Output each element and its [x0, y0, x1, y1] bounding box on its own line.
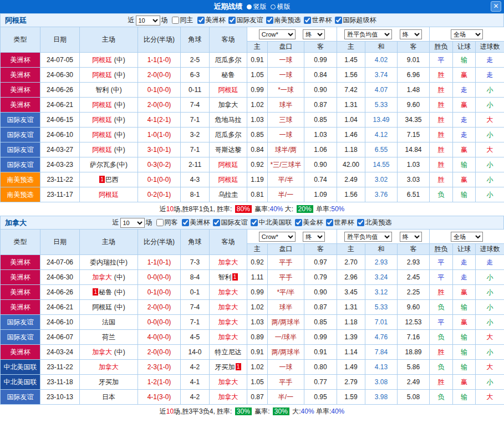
team-name[interactable]: 阿根廷 [92, 116, 112, 124]
team-name[interactable]: 阿根廷 [92, 71, 112, 79]
team-name[interactable]: 萨尔瓦多 [90, 161, 116, 169]
competition-filter[interactable]: 国际友谊 [228, 16, 263, 25]
away-team-cell[interactable]: 加拿大 [210, 300, 247, 315]
team-name[interactable]: 阿根廷 [92, 56, 112, 64]
away-team-cell[interactable]: 加拿大 [210, 285, 247, 300]
team-name[interactable]: 智利 [218, 273, 232, 281]
match-row[interactable]: 美洲杯 24-07-05 阿根廷 (中) 1-1(1-0) 2-5 厄瓜多尔 0… [1, 53, 504, 68]
team-name[interactable]: 秘鲁 [99, 288, 112, 296]
competition-checkbox[interactable] [213, 219, 220, 226]
competition-checkbox[interactable] [197, 17, 205, 24]
team-name[interactable]: 乌拉圭 [218, 191, 238, 198]
team-name[interactable]: 日本 [102, 393, 115, 401]
team-name[interactable]: 加拿大 [92, 273, 112, 281]
away-team-cell[interactable]: 加拿大 [210, 330, 247, 345]
scope-select[interactable]: 全场 [451, 232, 483, 242]
match-row[interactable]: 国际友谊 24-06-10 法国 0-0(0-0) 7-1 加拿大 1.03 两… [1, 315, 504, 330]
team-name[interactable]: 加拿大 [92, 348, 112, 356]
team-name[interactable]: 牙买加 [99, 378, 119, 386]
home-team-cell[interactable]: 牙买加 [80, 375, 138, 390]
team-name[interactable]: 阿根廷 [99, 191, 119, 198]
match-row[interactable]: 美洲杯 24-06-21 阿根廷 (中) 2-0(0-0) 7-4 加拿大 1.… [1, 98, 504, 113]
same-venue-filter[interactable]: 同主 [172, 16, 194, 25]
match-row[interactable]: 国际友谊 24-03-27 阿根廷 (中) 3-1(0-1) 7-1 哥斯达黎 … [1, 142, 504, 157]
match-row[interactable]: 国际友谊 24-06-15 阿根廷 (中) 4-1(2-1) 7-1 危地马拉 … [1, 113, 504, 128]
home-team-cell[interactable]: 加拿大 (中) [80, 345, 138, 360]
team-name[interactable]: 加拿大 [218, 303, 238, 311]
competition-filter[interactable]: 南美预选 [266, 16, 301, 25]
team-name[interactable]: 法国 [102, 318, 115, 326]
home-team-cell[interactable]: 阿根廷 [80, 187, 138, 202]
scope-select[interactable]: 全场 [451, 29, 483, 39]
match-row[interactable]: 美洲杯 24-06-26 1秘鲁 (中) 0-1(0-0) 0-1 加拿大 0.… [1, 285, 504, 300]
games-count-select[interactable]: 10 [136, 16, 160, 26]
odds-time-select[interactable]: 终 [303, 29, 325, 39]
team-name[interactable]: 秘鲁 [222, 71, 235, 79]
match-row[interactable]: 国际友谊 23-10-13 日本 4-1(3-0) 4-2 加拿大 0.87 半… [1, 390, 504, 405]
team-name[interactable]: 特立尼达 [215, 348, 242, 356]
home-team-cell[interactable]: 萨尔瓦多(中) [80, 157, 138, 172]
away-team-cell[interactable]: 加拿大 [210, 375, 247, 390]
team-name[interactable]: 巴西 [105, 176, 119, 184]
team-name[interactable]: 阿根廷 [92, 101, 112, 109]
games-count-select[interactable]: 10 [120, 218, 145, 228]
home-team-cell[interactable]: 智利 (中) [80, 83, 138, 98]
team-name[interactable]: 加拿大 [218, 101, 238, 109]
team-name[interactable]: 危地马拉 [215, 116, 242, 124]
match-row[interactable]: 美洲杯 24-06-21 阿根廷 (中) 2-0(0-0) 7-4 加拿大 1.… [1, 300, 504, 315]
away-team-cell[interactable]: 加拿大 [210, 98, 247, 113]
avg-type-select[interactable]: 胜平负均值 [344, 232, 392, 242]
competition-filter[interactable]: 美洲杯 [182, 218, 210, 227]
home-team-cell[interactable]: 法国 [80, 315, 138, 330]
away-team-cell[interactable]: 乌拉圭 [210, 187, 247, 202]
home-team-cell[interactable]: 加拿大 (中) [80, 270, 138, 285]
team-name[interactable]: 阿根廷 [92, 146, 112, 154]
home-team-cell[interactable]: 阿根廷 (中) [80, 142, 138, 157]
home-team-cell[interactable]: 荷兰 [80, 330, 138, 345]
home-team-cell[interactable]: 阿根廷 (中) [80, 113, 138, 128]
avg-type-select[interactable]: 胜平负均值 [344, 29, 392, 39]
competition-checkbox[interactable] [228, 17, 236, 24]
team-name[interactable]: 加拿大 [218, 378, 238, 386]
team-name[interactable]: 加拿大 [99, 363, 119, 371]
competition-filter[interactable]: 世界杯 [326, 218, 354, 227]
bookmaker-select[interactable]: Crow* [259, 29, 296, 39]
home-team-cell[interactable]: 阿根廷 (中) [80, 68, 138, 83]
team-name[interactable]: 智利 [95, 86, 109, 94]
home-team-cell[interactable]: 阿根廷 (中) [80, 53, 138, 68]
away-team-cell[interactable]: 危地马拉 [210, 113, 247, 128]
competition-checkbox[interactable] [182, 219, 189, 226]
competition-filter[interactable]: 国际友谊 [213, 218, 248, 227]
away-team-cell[interactable]: 特立尼达 [210, 345, 247, 360]
team-name[interactable]: 加拿大 [218, 393, 238, 401]
home-team-cell[interactable]: 加拿大 [80, 360, 138, 375]
team-name[interactable]: 阿根廷 [218, 161, 238, 169]
team-name[interactable]: 哥斯达黎 [215, 146, 242, 154]
away-team-cell[interactable]: 加拿大 [210, 315, 247, 330]
team-name[interactable]: 阿根廷 [218, 176, 238, 184]
home-team-cell[interactable]: 阿根廷 (中) [80, 98, 138, 113]
competition-checkbox[interactable] [357, 219, 364, 226]
home-team-cell[interactable]: 1巴西 [80, 172, 138, 187]
match-row[interactable]: 美洲杯 24-03-24 加拿大 (中) 2-0(0-0) 14-0 特立尼达 … [1, 345, 504, 360]
away-team-cell[interactable]: 牙买加1 [210, 360, 247, 375]
away-team-cell[interactable]: 加拿大 [210, 255, 247, 270]
competition-filter[interactable]: 美金杯 [295, 218, 323, 227]
competition-filter[interactable]: 美洲杯 [197, 16, 226, 25]
match-row[interactable]: 中北美国联 23-11-22 加拿大 2-3(1-0) 4-2 牙买加1 1.0… [1, 360, 504, 375]
away-team-cell[interactable]: 阿根廷 [210, 172, 247, 187]
avg-time-select[interactable]: 终 [400, 232, 422, 242]
team-name[interactable]: 加拿大 [218, 258, 238, 266]
team-name[interactable]: 牙买加 [215, 363, 235, 371]
competition-checkbox[interactable] [295, 219, 302, 226]
away-team-cell[interactable]: 厄瓜多尔 [210, 128, 247, 142]
odds-time-select[interactable]: 终 [303, 232, 325, 242]
team-name[interactable]: 厄瓜多尔 [215, 131, 242, 139]
away-team-cell[interactable]: 秘鲁 [210, 68, 247, 83]
avg-time-select[interactable]: 终 [400, 29, 422, 39]
close-icon[interactable]: ✕ [491, 1, 501, 12]
team-name[interactable]: 加拿大 [218, 333, 238, 341]
team-name[interactable]: 阿根廷 [92, 303, 112, 311]
competition-checkbox[interactable] [326, 219, 333, 226]
match-row[interactable]: 南美预选 23-11-22 1巴西 0-1(0-0) 4-3 阿根廷 1.19 … [1, 172, 504, 187]
